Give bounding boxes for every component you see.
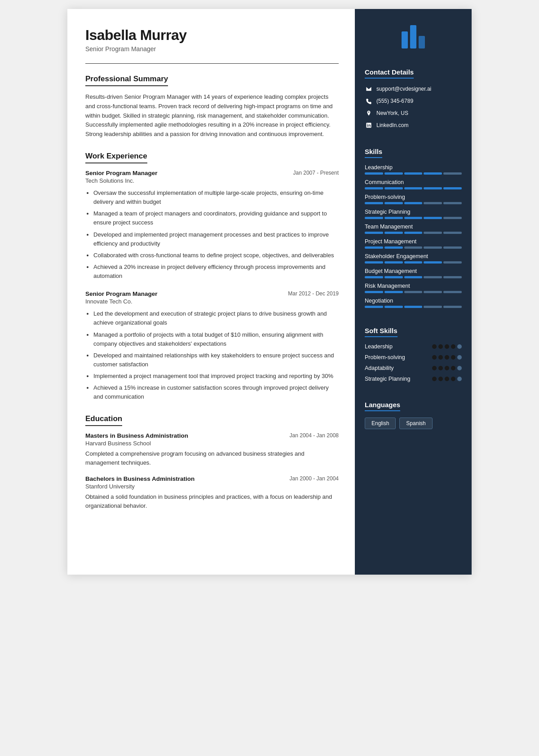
soft-skill-name: Strategic Planning — [365, 376, 432, 382]
skill-bar-seg — [384, 232, 403, 234]
edu-desc: Completed a comprehensive program focusi… — [85, 449, 339, 467]
candidate-title: Senior Program Manager — [85, 45, 339, 53]
job-bullets: Oversaw the successful implementation of… — [85, 189, 339, 281]
soft-skill-dot — [438, 377, 443, 381]
soft-skill-item: Problem-solving — [365, 354, 462, 360]
job-bullet: Developed and maintained relationships w… — [93, 351, 339, 369]
skill-bar-seg — [424, 246, 442, 249]
soft-skill-dot — [438, 366, 443, 370]
jobs-container: Senior Program Manager Jan 2007 - Presen… — [85, 170, 339, 402]
job-date: Mar 2012 - Dec 2019 — [288, 290, 339, 297]
contact-item: LinkedIn.com — [365, 121, 462, 129]
skill-bar-seg — [443, 306, 462, 308]
skill-bar-seg — [424, 232, 442, 234]
contact-section: Contact Details support@cvdesigner.ai (5… — [355, 61, 472, 141]
summary-title: Professional Summary — [85, 75, 168, 86]
contact-item: (555) 345-6789 — [365, 97, 462, 105]
soft-skill-dot — [451, 377, 455, 381]
job-header: Senior Program Manager Jan 2007 - Presen… — [85, 170, 339, 176]
skills-section: Skills Leadership Communication Problem-… — [355, 141, 472, 320]
right-column: Contact Details support@cvdesigner.ai (5… — [355, 9, 472, 575]
summary-text: Results-driven Senior Program Manager wi… — [85, 92, 339, 139]
languages-container: EnglishSpanish — [365, 418, 462, 429]
soft-skill-item: Adaptability — [365, 365, 462, 371]
skill-name: Problem-solving — [365, 194, 462, 200]
soft-skill-dot — [457, 355, 462, 360]
experience-title: Work Experience — [85, 152, 147, 163]
skill-bar-track — [365, 187, 462, 189]
soft-skill-dots — [432, 377, 462, 381]
skill-bar-seg — [443, 276, 462, 278]
edu-date: Jan 2004 - Jan 2008 — [290, 432, 339, 439]
job-bullet: Led the development and execution of str… — [93, 309, 339, 327]
left-column: Isabella Murray Senior Program Manager P… — [67, 9, 355, 575]
soft-skill-dot — [432, 366, 437, 370]
job-bullets: Led the development and execution of str… — [85, 309, 339, 401]
skill-bar-track — [365, 246, 462, 249]
soft-skill-dot — [445, 344, 449, 349]
skill-bar-seg — [384, 217, 403, 219]
skill-item: Leadership — [365, 164, 462, 175]
logo-bar-1 — [402, 31, 408, 48]
skill-bar-track — [365, 217, 462, 219]
job-bullet: Achieved a 15% increase in customer sati… — [93, 383, 339, 401]
soft-skill-dot — [445, 366, 449, 370]
skill-bar-seg — [424, 291, 442, 293]
skill-bar-track — [365, 261, 462, 264]
resume-container: Isabella Murray Senior Program Manager P… — [67, 9, 472, 575]
skill-name: Communication — [365, 179, 462, 185]
skill-bar-seg — [404, 291, 423, 293]
skill-item: Project Management — [365, 238, 462, 249]
soft-skill-dot — [432, 344, 437, 349]
skill-bar-seg — [443, 261, 462, 264]
skill-bar-seg — [404, 202, 423, 204]
skill-bar-seg — [443, 232, 462, 234]
contact-container: support@cvdesigner.ai (555) 345-6789 New… — [365, 85, 462, 129]
skill-bar-seg — [384, 246, 403, 249]
edu-degree: Bachelors in Business Administration — [85, 475, 194, 482]
skill-name: Strategic Planning — [365, 209, 462, 215]
skill-name: Negotiation — [365, 298, 462, 304]
skill-bar-seg — [404, 276, 423, 278]
skill-bar-seg — [384, 172, 403, 175]
soft-skill-dot — [451, 355, 455, 360]
skill-bar-seg — [384, 187, 403, 189]
skill-bar-seg — [404, 187, 423, 189]
skill-bar-seg — [443, 246, 462, 249]
skill-bar-track — [365, 232, 462, 234]
skill-bar-seg — [443, 202, 462, 204]
skill-bar-seg — [365, 276, 383, 278]
soft-skill-dot — [457, 366, 462, 370]
language-tag: English — [365, 418, 396, 429]
job-company: Innovate Tech Co. — [85, 298, 339, 305]
skill-item: Budget Management — [365, 268, 462, 278]
logo-bar-3 — [419, 36, 425, 48]
edu-header: Masters in Business Administration Jan 2… — [85, 432, 339, 439]
skill-bar-seg — [424, 217, 442, 219]
skill-bar-seg — [384, 291, 403, 293]
skill-name: Project Management — [365, 238, 462, 245]
skill-bar-seg — [404, 172, 423, 175]
phone-icon — [365, 97, 373, 105]
skill-bar-seg — [404, 232, 423, 234]
contact-title: Contact Details — [365, 68, 414, 79]
soft-skill-dot — [438, 355, 443, 360]
email-icon — [365, 85, 373, 93]
logo-area — [355, 9, 472, 61]
skill-bar-track — [365, 306, 462, 308]
skill-name: Stakeholder Engagement — [365, 253, 462, 259]
contact-text: NewYork, US — [376, 110, 408, 116]
soft-skills-title: Soft Skills — [365, 327, 398, 337]
edu-entry: Bachelors in Business Administration Jan… — [85, 475, 339, 510]
skill-bar-seg — [365, 261, 383, 264]
skill-bar-seg — [404, 217, 423, 219]
skill-bar-seg — [424, 202, 442, 204]
logo-bar-2 — [410, 25, 416, 48]
job-bullet: Implemented a project management tool th… — [93, 372, 339, 381]
skill-bar-seg — [443, 172, 462, 175]
job-title: Senior Program Manager — [85, 290, 158, 297]
skill-bar-seg — [424, 187, 442, 189]
skill-bar-seg — [365, 291, 383, 293]
candidate-name: Isabella Murray — [85, 27, 339, 44]
edu-entry: Masters in Business Administration Jan 2… — [85, 432, 339, 467]
